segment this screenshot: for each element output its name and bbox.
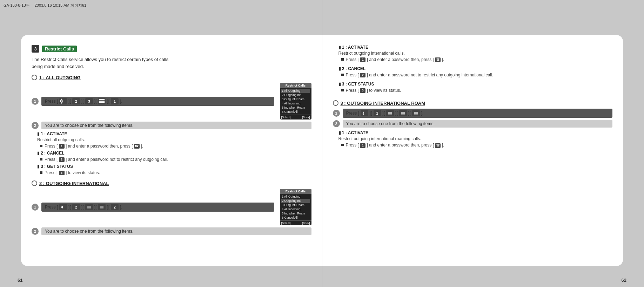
step-num-3-2: 2 bbox=[333, 120, 340, 127]
main-container: 3 Restrict Calls The Restrict Calls serv… bbox=[21, 35, 623, 266]
right-status-1: ▮ 3 : GET STATUS Press [ 3 ] to view its… bbox=[338, 82, 613, 94]
subsection-outgoing-intl-roam: 3 : OUTGOING INTERNATIONAL ROAM bbox=[333, 100, 613, 106]
key-menu2b bbox=[98, 204, 106, 210]
section-title: Restrict Calls bbox=[42, 46, 77, 52]
menu-thumb-title: Restrict Calls bbox=[280, 83, 311, 88]
right-panel: ▮ 1 : ACTIVATE Restrict outgoing interna… bbox=[322, 35, 623, 266]
right-bullet-text-1: Press [ 1 ] and enter a password then, p… bbox=[346, 57, 444, 63]
sub-title-status-1: ▮ 3 : GET STATUS bbox=[37, 164, 311, 169]
sub-item-cancel-1: ▮ 2 : CANCEL Press [ 2 ] and enter a pas… bbox=[37, 151, 311, 163]
phone-key bbox=[59, 98, 67, 104]
step-text-3-1: Press [ ][ 2 ][ ][ ][ bbox=[343, 109, 613, 118]
circle-icon-2 bbox=[32, 180, 37, 186]
page-header: GA-160-8-13판 2003.8.16 10:15 AM 페이지61 bbox=[4, 3, 86, 8]
key-2: 2 bbox=[72, 98, 80, 104]
right-bullet-sq-cancel-1 bbox=[341, 74, 344, 76]
right-bullet-status-1: Press [ 3 ] to view its status. bbox=[341, 88, 613, 94]
sub-item-activate-1: ▮ 1 : ACTIVATE Restrict all outgoing cal… bbox=[37, 131, 311, 149]
svg-rect-13 bbox=[388, 113, 392, 114]
key-1: 1 bbox=[111, 98, 119, 104]
svg-rect-6 bbox=[87, 207, 91, 208]
menu-item-2: 2 Outgoing Intl bbox=[281, 93, 310, 97]
menu2-back-label: [Back] bbox=[302, 221, 310, 225]
key-menu3b bbox=[399, 110, 407, 116]
svg-rect-4 bbox=[61, 207, 62, 208]
right-sub-title-1: ▮ 1 : ACTIVATE bbox=[338, 45, 613, 50]
subsection-title-2: 2 : OUTGOING INTERNATIONAL bbox=[39, 181, 109, 186]
svg-rect-12 bbox=[388, 112, 392, 113]
step-row-2-1: 1 Press [ ][ 2 ][ ][ bbox=[32, 189, 311, 225]
menu-thumb-title-2: Restrict Calls bbox=[280, 189, 311, 194]
right-sub-desc-3: Restrict outgoing international roaming … bbox=[338, 136, 613, 141]
step-text-2-2: You are to choose one from the following… bbox=[41, 227, 311, 235]
sub-item-status-1: ▮ 3 : GET STATUS Press [ 3 ] to view its… bbox=[37, 164, 311, 176]
page-number-left: 61 bbox=[18, 278, 22, 283]
press-label: Press [ bbox=[45, 99, 58, 104]
svg-rect-5 bbox=[87, 206, 91, 207]
step-num-3-1: 1 bbox=[333, 110, 340, 117]
key-2c: 2 bbox=[111, 204, 119, 210]
right-bullet-text-cancel-1: Press [ 2 ] and enter a password not to … bbox=[346, 72, 493, 78]
svg-rect-7 bbox=[87, 208, 91, 209]
svg-rect-14 bbox=[388, 114, 392, 115]
step-num-1: 1 bbox=[32, 98, 39, 105]
bullet-status-1: Press [ 3 ] to view its status. bbox=[40, 170, 311, 176]
svg-rect-2 bbox=[99, 101, 105, 102]
menu-item-6: 6 Cancel All bbox=[281, 110, 310, 114]
menu2-item-6: 6 Cancel All bbox=[281, 216, 310, 220]
bullet-sq-3 bbox=[40, 171, 42, 174]
svg-rect-10 bbox=[100, 208, 103, 209]
subsection-title-1: 1 : ALL OUTGOING bbox=[39, 75, 81, 80]
bullet-text-status-1: Press [ 3 ] to view its status. bbox=[45, 170, 100, 176]
right-activate-3: ▮ 1 : ACTIVATE Restrict outgoing interna… bbox=[338, 130, 613, 148]
menu-thumb-footer-2: [Select] [Back] bbox=[280, 220, 311, 225]
left-panel: 3 Restrict Calls The Restrict Calls serv… bbox=[21, 35, 322, 266]
bullet-sq bbox=[40, 145, 42, 147]
right-sub-title-cancel-1: ▮ 2 : CANCEL bbox=[338, 66, 613, 71]
menu2-item-5: 5 Inc when Roam bbox=[281, 211, 310, 216]
circle-icon bbox=[32, 75, 37, 80]
step-row-1-1: 1 Press [ ][ 2 ][ 3 ][ ][ bbox=[32, 83, 311, 119]
menu-thumb-footer: [Select] [Back] bbox=[280, 115, 311, 119]
step-inline: Press [ ][ 2 ][ 3 ][ ][ 1 ]. bbox=[45, 98, 271, 104]
subsection-title-3: 3 : OUTGOING INTERNATIONAL ROAM bbox=[341, 101, 425, 106]
page-number-right: 62 bbox=[622, 278, 626, 283]
phone-key-3 bbox=[361, 110, 368, 116]
menu-thumb-items-2: 1 All Outgoing 2 Outgoing Intl 3 Outg In… bbox=[280, 194, 311, 220]
sub-title-cancel-1: ▮ 2 : CANCEL bbox=[37, 151, 311, 156]
menu-thumbnail-2: Restrict Calls 1 All Outgoing 2 Outgoing… bbox=[280, 189, 311, 225]
menu-item-1: 1 All Outgoing bbox=[281, 89, 310, 93]
step-row-3-1: 1 Press [ ][ 2 ][ ][ bbox=[333, 109, 613, 118]
bracket-1: ][ bbox=[68, 99, 71, 104]
right-sub-title-3: ▮ 1 : ACTIVATE bbox=[338, 130, 613, 135]
subsection-all-outgoing: 1 : ALL OUTGOING bbox=[32, 75, 311, 80]
right-bullet-text-status-1: Press [ 3 ] to view its status. bbox=[346, 88, 401, 94]
phone-key-2 bbox=[59, 204, 67, 210]
step-text-3-2: You are to choose one from the following… bbox=[343, 120, 613, 128]
svg-rect-3 bbox=[99, 102, 105, 103]
section-number: 3 bbox=[32, 45, 39, 53]
svg-rect-11 bbox=[363, 113, 363, 114]
step-num-2: 2 bbox=[32, 122, 39, 129]
step-num-2-1: 1 bbox=[32, 204, 39, 211]
menu-select-label: [Select] bbox=[281, 116, 291, 119]
svg-rect-17 bbox=[401, 114, 405, 115]
right-bullet-sq-3 bbox=[341, 144, 344, 146]
menu-item-3: 3 Outg Intl Roam bbox=[281, 97, 310, 101]
key-2-3: 2 bbox=[374, 110, 381, 116]
bullet-cancel-1: Press [ 2 ] and enter a password not to … bbox=[40, 157, 311, 163]
sub-title-activate-1: ▮ 1 : ACTIVATE bbox=[37, 131, 311, 136]
step-row-3-2: 2 You are to choose one from the followi… bbox=[333, 120, 613, 128]
right-sub-desc-1: Restrict outgoing international calls. bbox=[338, 51, 613, 56]
key-menu1 bbox=[98, 98, 106, 104]
svg-rect-9 bbox=[100, 207, 103, 208]
section-description: The Restrict Calls service allows you to… bbox=[32, 56, 311, 70]
subsection-outgoing-intl: 2 : OUTGOING INTERNATIONAL bbox=[32, 180, 311, 186]
step-row-1-2: 2 You are to choose one from the followi… bbox=[32, 122, 311, 129]
svg-rect-20 bbox=[414, 114, 417, 115]
key-menu2a bbox=[85, 204, 93, 210]
right-bullet-text-3: Press [ 1 ] and enter a password then, p… bbox=[346, 142, 444, 148]
step-inline-3: Press [ ][ 2 ][ ][ ][ bbox=[346, 110, 609, 116]
bullet-sq-2 bbox=[40, 158, 42, 160]
sub-desc-activate-1: Restrict all outgoing calls. bbox=[37, 137, 311, 142]
